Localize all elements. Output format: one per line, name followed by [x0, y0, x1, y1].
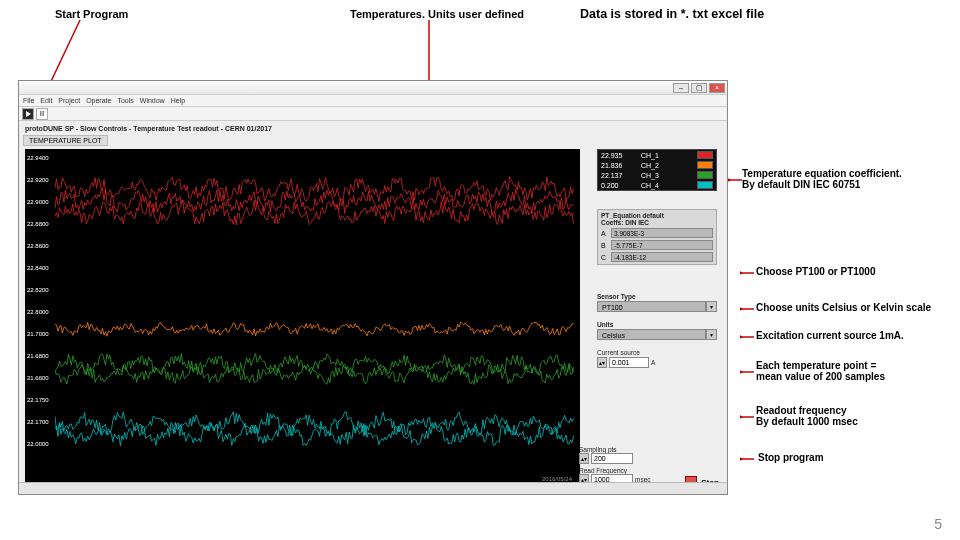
- sensor-picker: Sensor Type PT100▾: [597, 293, 717, 312]
- tab-temperature-plot[interactable]: TEMPERATURE PLOT: [23, 135, 108, 146]
- coef-header: PT_Equation default Coeffs: DIN IEC: [601, 212, 713, 226]
- menubar: File Edit Project Operate Tools Window H…: [19, 95, 727, 107]
- y-tick: 22.8600: [27, 243, 49, 249]
- legend-swatch: [697, 161, 713, 169]
- sampling-label: Sampling pts: [579, 446, 709, 453]
- minimize-button[interactable]: –: [673, 83, 689, 93]
- current-label: Current source: [597, 349, 717, 356]
- y-tick: 22.0000: [27, 441, 49, 447]
- close-button[interactable]: ×: [709, 83, 725, 93]
- legend-swatch: [697, 171, 713, 179]
- current-spinner[interactable]: ▴▾: [597, 357, 607, 368]
- current-control: Current source ▴▾ A: [597, 349, 717, 368]
- arrow-coef: [728, 176, 744, 184]
- workspace: protoDUNE SP - Slow Controls - Temperatu…: [19, 121, 727, 494]
- coef-b-label: B: [601, 242, 609, 249]
- y-tick: 21.6800: [27, 353, 49, 359]
- legend-name: CH_1: [641, 152, 693, 159]
- y-tick: 22.9000: [27, 199, 49, 205]
- sampling-input[interactable]: [591, 453, 633, 464]
- chart-plot: [55, 154, 575, 474]
- units-picker: Units Celsius▾: [597, 321, 717, 340]
- callout-sensor: Choose PT100 or PT1000: [756, 266, 876, 277]
- menu-project[interactable]: Project: [58, 97, 80, 104]
- arrow-units: [740, 305, 756, 313]
- coef-c-label: C: [601, 254, 609, 261]
- run-button[interactable]: [22, 108, 34, 120]
- arrow-sensor: [740, 269, 756, 277]
- chart-area: 22.940022.920022.900022.880022.860022.84…: [25, 149, 580, 484]
- callout-freq: Readout frequency By default 1000 msec: [756, 405, 858, 427]
- callout-samples: Each temperature point = mean value of 2…: [756, 360, 885, 382]
- y-tick: 21.6600: [27, 375, 49, 381]
- callout-coef: Temperature equation coefficient. By def…: [742, 168, 902, 190]
- legend-row-1[interactable]: 21.836CH_2: [598, 160, 716, 170]
- menu-operate[interactable]: Operate: [86, 97, 111, 104]
- callout-current: Excitation current source 1mA.: [756, 330, 904, 341]
- arrow-stop: [740, 455, 756, 463]
- chart-series: [55, 189, 574, 213]
- y-tick: 22.1750: [27, 397, 49, 403]
- legend-val: 0.200: [601, 182, 637, 189]
- current-unit: A: [651, 359, 655, 366]
- current-input[interactable]: [609, 357, 649, 368]
- titlebar: – ▢ ×: [19, 81, 727, 95]
- y-tick: 22.1700: [27, 419, 49, 425]
- sensor-value[interactable]: PT100: [597, 301, 706, 312]
- coef-c-input[interactable]: [611, 252, 713, 262]
- coef-b-input[interactable]: [611, 240, 713, 250]
- sensor-label: Sensor Type: [597, 293, 717, 300]
- legend-swatch: [697, 181, 713, 189]
- page-number: 5: [934, 516, 942, 532]
- arrow-freq: [740, 413, 756, 421]
- y-tick: 22.8800: [27, 221, 49, 227]
- readfreq-label: Read Frequency: [579, 467, 709, 474]
- legend-swatch: [697, 151, 713, 159]
- units-value[interactable]: Celsius: [597, 329, 706, 340]
- y-tick: 22.8200: [27, 287, 49, 293]
- menu-window[interactable]: Window: [140, 97, 165, 104]
- arrow-samples: [740, 368, 756, 376]
- legend-name: CH_3: [641, 172, 693, 179]
- coef-panel: PT_Equation default Coeffs: DIN IEC A B …: [597, 209, 717, 265]
- menu-file[interactable]: File: [23, 97, 34, 104]
- callout-stored: Data is stored in *. txt excel file: [580, 7, 764, 21]
- menu-edit[interactable]: Edit: [40, 97, 52, 104]
- callout-stop: Stop program: [758, 452, 824, 463]
- menu-tools[interactable]: Tools: [117, 97, 133, 104]
- units-dropdown-btn[interactable]: ▾: [706, 329, 717, 340]
- legend-val: 21.836: [601, 162, 637, 169]
- sampling-spinner[interactable]: ▴▾: [579, 453, 589, 464]
- coef-a-input[interactable]: [611, 228, 713, 238]
- y-tick: 22.9400: [27, 155, 49, 161]
- chart-series: [55, 322, 574, 336]
- menu-help[interactable]: Help: [171, 97, 185, 104]
- sensor-dropdown-btn[interactable]: ▾: [706, 301, 717, 312]
- app-window: – ▢ × File Edit Project Operate Tools Wi…: [18, 80, 728, 495]
- legend-val: 22.935: [601, 152, 637, 159]
- pause-button[interactable]: II: [36, 108, 48, 120]
- chart-series: [55, 177, 574, 202]
- coef-a-label: A: [601, 230, 609, 237]
- legend-name: CH_2: [641, 162, 693, 169]
- arrow-current: [740, 333, 756, 341]
- units-label: Units: [597, 321, 717, 328]
- legend-row-0[interactable]: 22.935CH_1: [598, 150, 716, 160]
- legend-row-2[interactable]: 22.137CH_3: [598, 170, 716, 180]
- toolbar: II: [19, 107, 727, 121]
- legend: 22.935CH_121.836CH_222.137CH_30.200CH_4: [597, 149, 717, 191]
- maximize-button[interactable]: ▢: [691, 83, 707, 93]
- legend-name: CH_4: [641, 182, 693, 189]
- panel-title: protoDUNE SP - Slow Controls - Temperatu…: [25, 125, 272, 132]
- y-tick: 22.9200: [27, 177, 49, 183]
- y-tick: 21.7000: [27, 331, 49, 337]
- y-tick: 22.8400: [27, 265, 49, 271]
- statusbar: [19, 482, 727, 494]
- callout-units: Choose units Celsius or Kelvin scale: [756, 302, 931, 313]
- legend-val: 22.137: [601, 172, 637, 179]
- callout-temps: Temperatures. Units user defined: [350, 8, 524, 20]
- legend-row-3[interactable]: 0.200CH_4: [598, 180, 716, 190]
- y-tick: 22.8000: [27, 309, 49, 315]
